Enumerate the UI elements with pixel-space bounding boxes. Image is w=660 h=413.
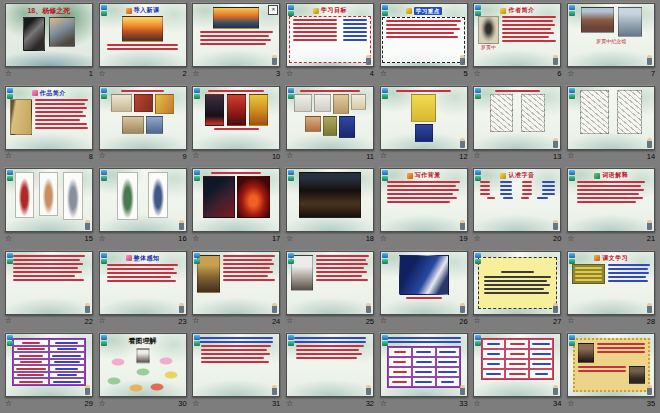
animation-indicator-icon[interactable]: ☆ [567,400,574,408]
slide-thumbnail[interactable]: 罗贯中纪念馆 [567,3,655,67]
slide-thumbnail[interactable]: 18、杨修之死 [5,3,93,67]
mascot-figure [366,303,371,313]
animation-indicator-icon[interactable]: ☆ [5,70,12,78]
slide-thumbnail[interactable]: 词语解释 [567,168,655,232]
slide-thumbnail[interactable] [192,333,280,397]
animation-indicator-icon[interactable]: ☆ [567,317,574,325]
slide-thumbnail[interactable]: ✕ [192,3,280,67]
section-title: 写作背景 [415,172,441,179]
slide-thumbnail[interactable] [5,333,93,397]
slide-meta: ☆1 [4,67,94,80]
slide-thumbnail[interactable]: 看图理解 [99,333,187,397]
slide-content: 写作背景 [381,169,467,231]
animation-indicator-icon[interactable]: ☆ [380,152,387,160]
slide-number: 16 [178,234,186,243]
slide-thumbnail[interactable] [380,86,468,150]
animation-indicator-icon[interactable]: ☆ [192,235,199,243]
animation-indicator-icon[interactable]: ☆ [5,235,12,243]
animation-indicator-icon[interactable]: ☆ [380,235,387,243]
mascot-figure [647,220,652,230]
slide-nav-icons [475,5,481,16]
slide-thumbnail[interactable] [380,251,468,315]
text-lines [575,267,602,281]
animation-indicator-icon[interactable]: ☆ [192,317,199,325]
slide-number: 31 [272,399,280,408]
animation-indicator-icon[interactable]: ☆ [567,70,574,78]
slide-thumbnail[interactable]: 学习目标 [286,3,374,67]
animation-indicator-icon[interactable]: ☆ [5,400,12,408]
nav-back-icon [382,259,388,264]
animation-indicator-icon[interactable]: ☆ [380,317,387,325]
nav-back-icon [475,176,481,181]
animation-indicator-icon[interactable]: ☆ [286,235,293,243]
animation-indicator-icon[interactable]: ☆ [5,317,12,325]
mascot-figure [272,385,277,395]
slide-thumbnail[interactable]: 作者简介罗贯中 [473,3,561,67]
slide-thumbnail[interactable] [567,333,655,397]
slide-thumbnail[interactable] [567,86,655,150]
animation-indicator-icon[interactable]: ☆ [192,400,199,408]
text-lines [107,264,179,282]
slide-meta: ☆25 [285,315,375,328]
nav-home-icon [569,5,575,10]
mascot-figure [553,385,558,395]
mindmap-node [108,378,121,385]
animation-indicator-icon[interactable]: ☆ [5,152,12,160]
animation-indicator-icon[interactable]: ☆ [380,70,387,78]
slide-thumbnail[interactable] [99,86,187,150]
slide-meta: ☆6 [472,67,562,80]
animation-indicator-icon[interactable]: ☆ [567,152,574,160]
slide-thumbnail[interactable] [192,168,280,232]
animation-indicator-icon[interactable]: ☆ [99,317,106,325]
slide-thumbnail[interactable]: 作品简介 [5,86,93,150]
animation-indicator-icon[interactable]: ☆ [286,70,293,78]
slide-thumbnail[interactable] [473,333,561,397]
animation-indicator-icon[interactable]: ☆ [286,152,293,160]
animation-indicator-icon[interactable]: ☆ [192,152,199,160]
animation-indicator-icon[interactable]: ☆ [192,70,199,78]
slide-thumbnail[interactable]: 课文学习 [567,251,655,315]
animation-indicator-icon[interactable]: ☆ [567,235,574,243]
slide-thumbnail[interactable] [380,333,468,397]
text-lines [396,90,451,92]
animation-indicator-icon[interactable]: ☆ [99,235,106,243]
animation-indicator-icon[interactable]: ☆ [286,317,293,325]
animation-indicator-icon[interactable]: ☆ [473,152,480,160]
text-lines [200,31,273,45]
nav-home-icon [101,5,107,10]
animation-indicator-icon[interactable]: ☆ [473,400,480,408]
slide-thumbnail[interactable] [192,86,280,150]
slide-thumbnail[interactable] [99,168,187,232]
animation-indicator-icon[interactable]: ☆ [380,400,387,408]
nav-back-icon [288,259,294,264]
gold-bullet-icon [313,8,319,14]
slide-thumbnail[interactable]: 整体感知 [99,251,187,315]
nav-back-icon [7,94,13,99]
animation-indicator-icon[interactable]: ☆ [286,400,293,408]
analysis-table [387,346,461,388]
slide-thumbnail[interactable] [5,168,93,232]
slide-thumbnail[interactable] [473,251,561,315]
slide-thumbnail[interactable] [286,86,374,150]
slide-thumbnail[interactable] [192,251,280,315]
content-row [104,116,182,134]
slide-thumbnail[interactable]: 导入新课 [99,3,187,67]
slide-thumbnail[interactable] [286,251,374,315]
animation-indicator-icon[interactable]: ☆ [99,152,106,160]
content-row [197,176,275,218]
animation-indicator-icon[interactable]: ☆ [99,400,106,408]
slide-thumbnail[interactable]: 学习重点 [380,3,468,67]
slide-thumbnail[interactable] [286,168,374,232]
animation-indicator-icon[interactable]: ☆ [473,70,480,78]
slide-thumbnail[interactable] [473,86,561,150]
animation-indicator-icon[interactable]: ☆ [99,70,106,78]
slide-thumbnail[interactable] [286,333,374,397]
slide-thumbnail[interactable] [5,251,93,315]
slide-number: 5 [464,69,468,78]
slide-cell: ☆10 [189,83,283,166]
slide-thumbnail[interactable]: 写作背景 [380,168,468,232]
animation-indicator-icon[interactable]: ☆ [473,235,480,243]
content-row [197,255,275,293]
animation-indicator-icon[interactable]: ☆ [473,317,480,325]
slide-thumbnail[interactable]: 认准字音 [473,168,561,232]
